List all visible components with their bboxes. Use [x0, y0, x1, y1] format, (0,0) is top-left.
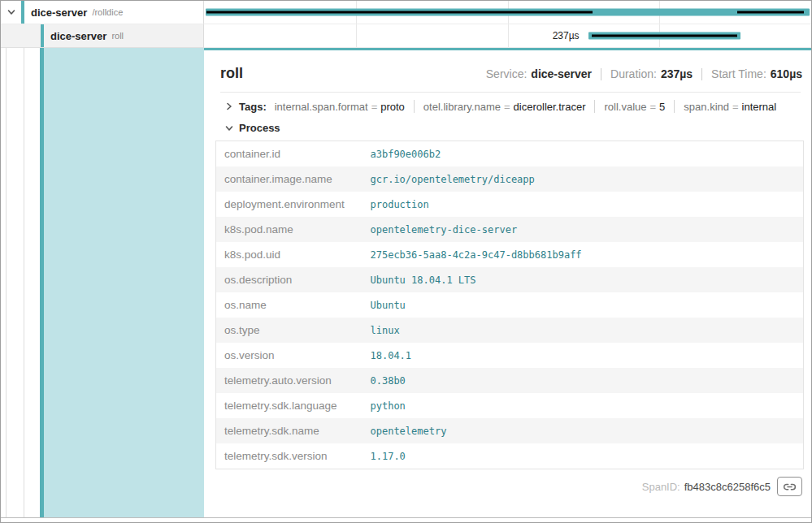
tag-value: diceroller.tracer: [514, 101, 586, 113]
process-row: os.descriptionUbuntu 18.04.1 LTS: [216, 267, 804, 292]
process-key: container.image.name: [216, 166, 363, 192]
process-row: telemetry.sdk.version1.17.0: [216, 443, 804, 469]
tag-item: span.kind=internal: [684, 101, 776, 113]
stat-label: Start Time:: [711, 67, 766, 80]
span-row-rolldice[interactable]: dice-server /rolldice: [1, 1, 811, 24]
tags-section-header[interactable]: Tags: internal.span.format=protootel.lib…: [215, 93, 804, 119]
process-value: Ubuntu 18.04.1 LTS: [363, 267, 804, 292]
process-value: 18.04.1: [363, 343, 804, 368]
span-bar-overlay: [206, 11, 593, 14]
stat-value: 610µs: [771, 67, 802, 80]
span-bar-overlay: [592, 35, 737, 37]
timeline-gridline: [508, 24, 509, 47]
detail-footer: SpanID: fb483c8c6258f6c5: [215, 469, 804, 496]
tags-list: internal.span.format=protootel.library.n…: [275, 100, 777, 113]
process-row: container.image.namegcr.io/opentelemetry…: [216, 166, 804, 192]
tag-separator: [674, 100, 675, 113]
indent-guide: [6, 48, 7, 517]
tag-separator: [414, 100, 415, 113]
process-table-body: container.ida3bf90e006b2container.image.…: [216, 141, 804, 469]
process-value: production: [363, 192, 804, 217]
process-row: os.version18.04.1: [216, 343, 804, 368]
stat-value: 237µs: [661, 67, 693, 80]
process-key: deployment.environment: [216, 192, 363, 217]
tag-value: internal: [742, 101, 777, 113]
process-value: a3bf90e006b2: [363, 141, 804, 167]
tag-key: span.kind: [684, 101, 729, 113]
timeline-row-roll[interactable]: 237µs: [204, 24, 811, 48]
process-row: telemetry.sdk.nameopentelemetry: [216, 418, 804, 443]
process-value: 0.38b0: [363, 368, 804, 393]
process-value: Ubuntu: [363, 292, 804, 318]
span-detail-area: roll Service:dice-serverDuration:237µsSt…: [1, 48, 811, 518]
process-key: k8s.pod.name: [216, 217, 363, 242]
process-key: os.version: [216, 343, 363, 368]
span-color-bar: [21, 1, 24, 24]
process-key: os.type: [216, 318, 363, 343]
service-name: dice-server: [50, 30, 106, 42]
stat-separator: [601, 68, 601, 80]
tags-label[interactable]: Tags:: [239, 101, 267, 113]
process-key: os.description: [216, 267, 363, 292]
process-value: opentelemetry: [363, 418, 804, 443]
process-row: telemetry.sdk.languagepython: [216, 393, 804, 418]
process-key: container.id: [216, 141, 363, 167]
tag-key: otel.library.name: [423, 101, 501, 113]
tag-key: internal.span.format: [275, 101, 368, 113]
process-value: python: [363, 393, 804, 418]
indent-guide: [24, 48, 24, 517]
stat-separator: [701, 68, 702, 80]
process-row: container.ida3bf90e006b2: [216, 141, 804, 167]
process-key: k8s.pod.uid: [216, 242, 363, 267]
span-name-roll[interactable]: dice-server roll: [1, 24, 204, 48]
span-detail-panel: roll Service:dice-serverDuration:237µsSt…: [204, 48, 811, 517]
process-row: k8s.pod.nameopentelemetry-dice-server: [216, 217, 804, 242]
process-key: telemetry.sdk.name: [216, 418, 363, 443]
span-row-roll[interactable]: 237µs dice-server roll: [1, 24, 811, 48]
process-value: 1.17.0: [363, 443, 804, 469]
tag-key: roll.value: [604, 101, 646, 113]
process-row: os.nameUbuntu: [216, 292, 804, 318]
process-row: k8s.pod.uid275ecb36-5aa8-4c2a-9c47-d8bb6…: [216, 242, 804, 267]
tag-value: 5: [659, 101, 665, 113]
chevron-down-icon[interactable]: [224, 123, 234, 133]
tag-equals: =: [504, 101, 510, 113]
process-table: container.ida3bf90e006b2container.image.…: [215, 140, 804, 469]
tag-separator: [594, 100, 595, 113]
process-value: 275ecb36-5aa8-4c2a-9c47-d8bb681b9aff: [363, 242, 804, 267]
link-icon: [784, 481, 796, 493]
deep-link-button[interactable]: [777, 477, 802, 496]
tag-item: roll.value=5: [604, 101, 665, 113]
process-row: deployment.environmentproduction: [216, 192, 804, 217]
tag-item: otel.library.name=diceroller.tracer: [423, 101, 586, 113]
detail-header: roll Service:dice-serverDuration:237µsSt…: [215, 62, 804, 82]
span-highlight-column: [44, 48, 204, 517]
spanid-label: SpanID:: [642, 481, 680, 493]
span-name-rolldice[interactable]: dice-server /rolldice: [1, 1, 204, 24]
trace-view: dice-server /rolldice 237µs dice-server …: [0, 0, 812, 523]
process-key: os.name: [216, 292, 363, 318]
header-stats: Service:dice-serverDuration:237µsStart T…: [486, 67, 802, 80]
timeline-gridline: [356, 24, 357, 47]
chevron-right-icon[interactable]: [224, 102, 234, 111]
stat-label: Service:: [486, 67, 528, 80]
process-label[interactable]: Process: [239, 122, 280, 134]
process-value: opentelemetry-dice-server: [363, 217, 804, 242]
tag-equals: =: [650, 101, 657, 113]
span-duration-label: 237µs: [553, 30, 584, 41]
process-section-header[interactable]: Process: [215, 119, 804, 140]
span-bar-overlay: [737, 11, 804, 14]
process-key: telemetry.auto.version: [216, 368, 363, 393]
timeline-row-rolldice[interactable]: [204, 1, 811, 24]
process-value: gcr.io/opentelemetry/diceapp: [363, 166, 804, 192]
stat-label: Duration:: [610, 67, 657, 80]
stat-value: dice-server: [531, 67, 592, 80]
tag-item: internal.span.format=proto: [275, 101, 405, 113]
chevron-down-icon[interactable]: [7, 7, 16, 17]
operation-name: roll: [111, 31, 124, 41]
process-value: linux: [363, 318, 804, 343]
span-title: roll: [220, 65, 243, 82]
tag-equals: =: [732, 101, 739, 113]
process-row: telemetry.auto.version0.38b0: [216, 368, 804, 393]
process-row: os.typelinux: [216, 318, 804, 343]
